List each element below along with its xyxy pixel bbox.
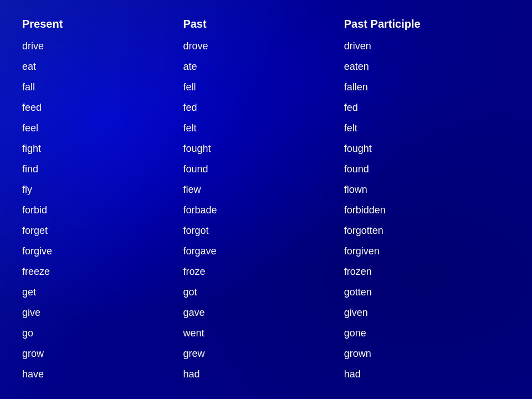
table-row: gowentgone: [22, 323, 510, 344]
header-past-participle: Past Participle: [344, 16, 510, 36]
cell-r1-c0: eat: [22, 57, 183, 77]
cell-r15-c1: grew: [183, 344, 344, 364]
cell-r3-c2: fed: [344, 98, 510, 118]
cell-r13-c2: given: [344, 303, 510, 323]
table-row: feedfedfed: [22, 98, 510, 118]
cell-r5-c0: fight: [22, 139, 183, 159]
cell-r0-c1: drove: [183, 36, 344, 57]
cell-r9-c1: forgot: [183, 221, 344, 241]
table-row: findfoundfound: [22, 159, 510, 180]
cell-r16-c0: have: [22, 364, 183, 385]
cell-r8-c1: forbade: [183, 200, 344, 221]
table-row: growgrewgrown: [22, 344, 510, 364]
header-past: Past: [183, 16, 344, 36]
cell-r14-c2: gone: [344, 323, 510, 344]
cell-r2-c1: fell: [183, 77, 344, 98]
table-row: drivedrovedriven: [22, 36, 510, 57]
table-row: fightfoughtfought: [22, 139, 510, 159]
table-row: givegavegiven: [22, 303, 510, 323]
table-row: getgotgotten: [22, 282, 510, 303]
cell-r4-c1: felt: [183, 118, 344, 139]
cell-r5-c1: fought: [183, 139, 344, 159]
cell-r2-c0: fall: [22, 77, 183, 98]
cell-r14-c0: go: [22, 323, 183, 344]
cell-r15-c0: grow: [22, 344, 183, 364]
cell-r4-c2: felt: [344, 118, 510, 139]
cell-r15-c2: grown: [344, 344, 510, 364]
cell-r16-c1: had: [183, 364, 344, 385]
cell-r12-c0: get: [22, 282, 183, 303]
cell-r4-c0: feel: [22, 118, 183, 139]
cell-r10-c2: forgiven: [344, 241, 510, 262]
cell-r1-c2: eaten: [344, 57, 510, 77]
cell-r13-c0: give: [22, 303, 183, 323]
table-row: eatateeaten: [22, 57, 510, 77]
cell-r2-c2: fallen: [344, 77, 510, 98]
cell-r8-c0: forbid: [22, 200, 183, 221]
table-row: flyflewflown: [22, 180, 510, 200]
cell-r12-c2: gotten: [344, 282, 510, 303]
cell-r11-c0: freeze: [22, 262, 183, 282]
cell-r6-c0: find: [22, 159, 183, 180]
cell-r11-c1: froze: [183, 262, 344, 282]
cell-r7-c0: fly: [22, 180, 183, 200]
cell-r10-c0: forgive: [22, 241, 183, 262]
cell-r7-c1: flew: [183, 180, 344, 200]
main-container: Present Past Past Participle drivedroved…: [0, 0, 532, 399]
cell-r8-c2: forbidden: [344, 200, 510, 221]
table-row: havehadhad: [22, 364, 510, 385]
cell-r6-c1: found: [183, 159, 344, 180]
table-row: fallfellfallen: [22, 77, 510, 98]
cell-r12-c1: got: [183, 282, 344, 303]
cell-r9-c2: forgotten: [344, 221, 510, 241]
header-row: Present Past Past Participle: [22, 16, 510, 36]
cell-r3-c1: fed: [183, 98, 344, 118]
cell-r14-c1: went: [183, 323, 344, 344]
cell-r9-c0: forget: [22, 221, 183, 241]
cell-r1-c1: ate: [183, 57, 344, 77]
cell-r0-c2: driven: [344, 36, 510, 57]
table-row: freezefrozefrozen: [22, 262, 510, 282]
cell-r7-c2: flown: [344, 180, 510, 200]
table-row: forgetforgotforgotten: [22, 221, 510, 241]
table-row: forbidforbadeforbidden: [22, 200, 510, 221]
cell-r0-c0: drive: [22, 36, 183, 57]
cell-r10-c1: forgave: [183, 241, 344, 262]
cell-r3-c0: feed: [22, 98, 183, 118]
cell-r13-c1: gave: [183, 303, 344, 323]
cell-r6-c2: found: [344, 159, 510, 180]
cell-r16-c2: had: [344, 364, 510, 385]
cell-r5-c2: fought: [344, 139, 510, 159]
table-row: forgiveforgaveforgiven: [22, 241, 510, 262]
table-row: feelfeltfelt: [22, 118, 510, 139]
cell-r11-c2: frozen: [344, 262, 510, 282]
header-present: Present: [22, 16, 183, 36]
verb-table: Present Past Past Participle drivedroved…: [22, 16, 510, 385]
